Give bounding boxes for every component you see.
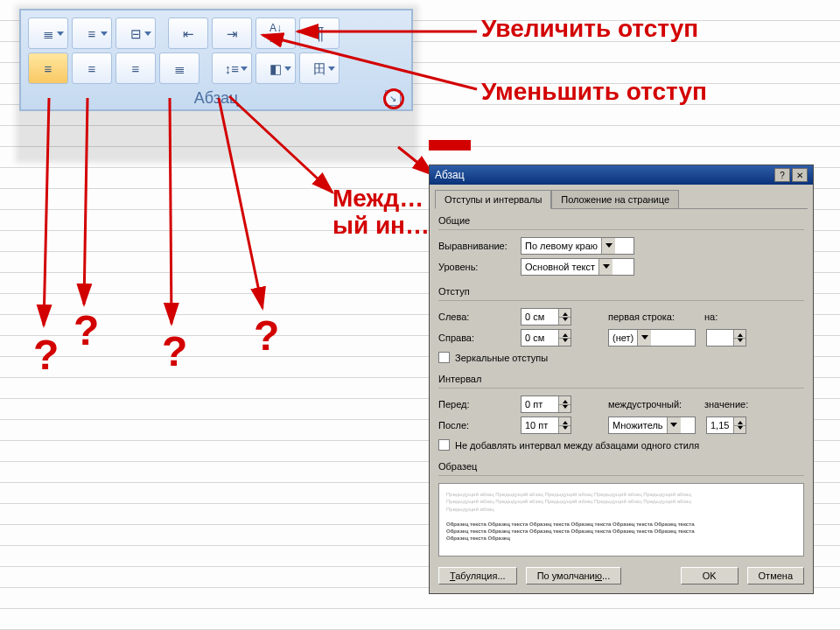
ok-button[interactable]: OK: [681, 567, 738, 584]
indent-right-spinner[interactable]: 0 см: [521, 329, 571, 346]
question-mark-2: ?: [74, 306, 99, 354]
mirror-indents-label: Зеркальные отступы: [455, 353, 548, 363]
alignment-select[interactable]: По левому краю: [521, 237, 634, 255]
group-indent-label: Отступ: [438, 286, 804, 297]
align-center-button[interactable]: ≡: [72, 52, 112, 84]
default-button[interactable]: По умолчанию...: [526, 567, 622, 584]
line-spacing-button[interactable]: ↕≡: [212, 52, 252, 84]
checkbox-icon: [438, 352, 450, 363]
close-button[interactable]: ✕: [792, 168, 808, 182]
by-label: на:: [704, 312, 718, 322]
dontadd-space-checkbox[interactable]: Не добавлять интервал между абзацами одн…: [438, 439, 804, 451]
question-mark-4: ?: [254, 312, 279, 360]
question-mark-1: ?: [33, 331, 59, 379]
level-label: Уровень:: [438, 262, 515, 272]
dialog-title-text: Абзац: [435, 169, 465, 181]
preview-pane: Предыдущий абзац Предыдущий абзац Предыд…: [438, 483, 804, 556]
paragraph-ribbon-group: ≣ ≡ ⊟ ⇤ ⇥ А↓Я ¶ ≡ ≡ ≡ ≣ ↕≡ ◧ 田 Абзац ↘: [19, 9, 413, 111]
align-right-button[interactable]: ≡: [116, 52, 156, 84]
question-mark-3: ?: [162, 327, 187, 375]
decorative-bar: [429, 140, 471, 150]
help-button[interactable]: ?: [774, 168, 790, 182]
by-spinner[interactable]: [706, 329, 746, 346]
bullets-button[interactable]: ≣: [28, 18, 68, 49]
dialog-tabs: Отступы и интервалы Положение на страниц…: [430, 185, 813, 209]
ribbon-group-text: Абзац: [194, 89, 239, 107]
justify-button[interactable]: ≣: [159, 52, 200, 84]
checkbox-icon: [438, 439, 450, 451]
ribbon-group-label: Абзац ↘: [28, 86, 404, 108]
callout-line-spacing: Межд… ый ин…: [332, 186, 430, 240]
dontadd-label: Не добавлять интервал между абзацами одн…: [455, 440, 699, 451]
dialog-launcher-icon[interactable]: ↘: [385, 90, 401, 106]
tabs-button[interactable]: Табуляция...: [438, 567, 517, 584]
paragraph-dialog: Абзац ? ✕ Отступы и интервалы Положение …: [429, 164, 814, 594]
align-left-button[interactable]: ≡: [28, 52, 68, 84]
increase-indent-button[interactable]: ⇥: [212, 18, 252, 49]
ribbon-row-2: ≡ ≡ ≡ ≣ ↕≡ ◧ 田: [28, 51, 404, 86]
tab-page-position[interactable]: Положение на странице: [551, 190, 679, 209]
level-select[interactable]: Основной текст: [521, 258, 634, 276]
cancel-button[interactable]: Отмена: [747, 567, 804, 584]
after-label: После:: [438, 420, 515, 430]
decrease-indent-button[interactable]: ⇤: [168, 18, 208, 49]
borders-button[interactable]: 田: [299, 52, 340, 84]
linespacing-select[interactable]: Множитель: [608, 416, 696, 434]
linespacing-label: междустрочный:: [608, 399, 699, 410]
pilcrow-button[interactable]: ¶: [299, 18, 340, 49]
at-spinner[interactable]: 1,15: [706, 416, 746, 434]
numbering-button[interactable]: ≡: [72, 18, 112, 49]
indent-left-label: Слева:: [438, 312, 515, 322]
before-label: Перед:: [438, 399, 515, 410]
multilevel-list-button[interactable]: ⊟: [116, 18, 156, 49]
ribbon-row-1: ≣ ≡ ⊟ ⇤ ⇥ А↓Я ¶: [28, 16, 404, 51]
shading-button[interactable]: ◧: [256, 52, 296, 84]
at-label: значение:: [704, 399, 748, 410]
after-spinner[interactable]: 10 пт: [521, 416, 571, 434]
dialog-titlebar: Абзац ? ✕: [430, 165, 813, 185]
indent-right-label: Справа:: [438, 332, 515, 343]
group-preview-label: Образец: [438, 461, 804, 472]
alignment-label: Выравнивание:: [438, 241, 515, 251]
firstline-select[interactable]: (нет): [608, 329, 696, 346]
firstline-label: первая строка:: [608, 312, 699, 322]
group-general-label: Общие: [438, 215, 804, 226]
indent-left-spinner[interactable]: 0 см: [521, 308, 571, 326]
tab-indents-spacing[interactable]: Отступы и интервалы: [435, 190, 551, 209]
sort-button[interactable]: А↓Я: [256, 18, 296, 49]
group-spacing-label: Интервал: [438, 374, 804, 384]
callout-increase-indent: Увеличить отступ: [481, 16, 698, 43]
dialog-button-bar: Табуляция... По умолчанию... OK Отмена: [430, 560, 813, 593]
mirror-indents-checkbox[interactable]: Зеркальные отступы: [438, 352, 804, 363]
before-spinner[interactable]: 0 пт: [521, 396, 571, 413]
callout-decrease-indent: Уменьшить отступ: [481, 79, 707, 106]
